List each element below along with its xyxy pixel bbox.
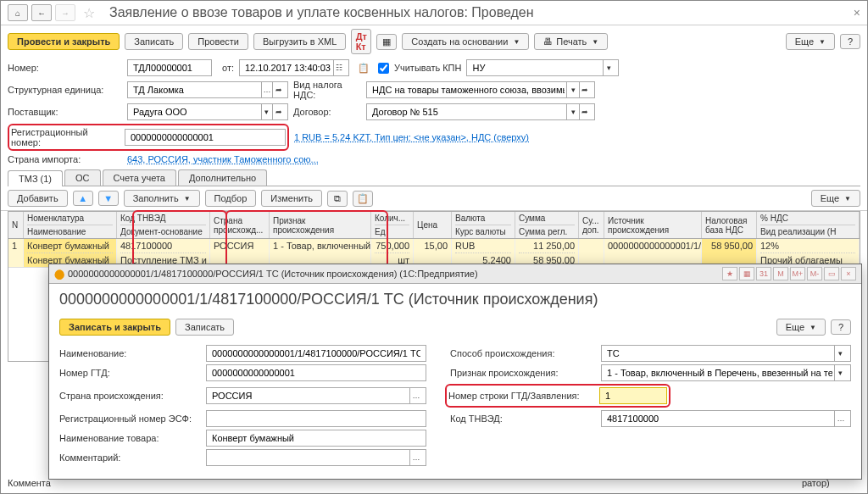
dlg-help-icon[interactable]: ? xyxy=(831,319,851,335)
fav-icon[interactable]: ★ xyxy=(722,267,737,280)
post-button[interactable]: Провести xyxy=(188,33,248,50)
origin-dialog: ⬤ 0000000000000001/1/4817100000/РОССИЯ/1… xyxy=(48,264,862,480)
dlg-write-button[interactable]: Записать xyxy=(175,319,234,336)
gtd-input[interactable] xyxy=(206,364,426,381)
comment-label: Комментарий: xyxy=(59,452,199,463)
paste-icon[interactable]: 📋 xyxy=(353,191,373,207)
add-button[interactable]: Добавить xyxy=(8,190,68,207)
supplier-label: Поставщик: xyxy=(8,107,122,117)
col-price[interactable]: Цена xyxy=(414,212,452,238)
calc-icon[interactable]: ▦ xyxy=(739,267,754,280)
dt-kt-icon[interactable]: ДтКт xyxy=(351,29,371,54)
m-icon[interactable]: M xyxy=(773,267,788,280)
pick-button[interactable]: Подбор xyxy=(205,190,257,207)
dlg-save-close-button[interactable]: Записать и закрыть xyxy=(59,319,170,336)
country-input[interactable]: … xyxy=(206,387,426,404)
cal-icon[interactable]: 31 xyxy=(756,267,771,280)
post-and-close-button[interactable]: Провести и закрыть xyxy=(8,33,120,50)
contract-input[interactable]: ▾➦ xyxy=(366,103,595,120)
print-button[interactable]: 🖶 Печать▼ xyxy=(534,33,608,50)
more-button[interactable]: Еще▼ xyxy=(786,33,835,50)
tab-tmz[interactable]: ТМЗ (1) xyxy=(8,170,63,186)
export-xml-button[interactable]: Выгрузить в XML xyxy=(253,33,346,50)
gtd-label: Номер ГТД: xyxy=(59,368,199,378)
grid-toolbar: Добавить ▲ ▼ Заполнить▼ Подбор Изменить … xyxy=(1,186,867,211)
esf-label: Регистрационный номер ЭСФ: xyxy=(59,414,199,424)
dialog-header: 0000000000000001/1/4817100000/РОССИЯ/1 Т… xyxy=(49,284,861,315)
line-input[interactable] xyxy=(599,387,667,404)
import-country-label: Страна импорта: xyxy=(8,154,122,164)
star-icon[interactable]: ☆ xyxy=(79,4,99,21)
fill-button[interactable]: Заполнить▼ xyxy=(124,190,200,207)
main-window: ⌂ ← → ☆ Заявление о ввозе товаров и упла… xyxy=(0,0,868,494)
name-input[interactable] xyxy=(206,345,426,362)
dlg-more-button[interactable]: Еще▼ xyxy=(776,319,826,336)
calendar-icon[interactable]: ☷ xyxy=(333,60,345,75)
edit-button[interactable]: Изменить xyxy=(261,190,322,207)
min-icon[interactable]: ▭ xyxy=(824,267,839,280)
vat-input[interactable]: ▾➦ xyxy=(366,81,595,98)
dialog-titlebar: ⬤ 0000000000000001/1/4817100000/РОССИЯ/1… xyxy=(49,264,861,284)
tnved-input[interactable]: … xyxy=(601,410,851,427)
import-country-link[interactable]: 643, РОССИЯ, участник Таможенного сою... xyxy=(127,154,319,164)
reg-input[interactable] xyxy=(125,129,286,146)
col-curr[interactable]: ВалютаКурс валюты xyxy=(452,212,515,238)
kpn-checkbox[interactable]: Учитывать КПН xyxy=(375,60,462,76)
help-icon[interactable]: ? xyxy=(840,34,860,49)
col-n[interactable]: N xyxy=(8,212,24,238)
org-label: Структурная единица: xyxy=(8,85,122,95)
good-input[interactable] xyxy=(206,430,426,447)
move-up-icon[interactable]: ▲ xyxy=(73,191,93,206)
create-based-button[interactable]: Создать на основании▼ xyxy=(402,33,529,50)
tabs: ТМЗ (1) ОС Счета учета Дополнительно xyxy=(8,169,860,186)
esf-input[interactable] xyxy=(206,410,426,427)
close-icon[interactable]: × xyxy=(854,6,860,19)
name-label: Наименование: xyxy=(59,348,199,358)
tab-os[interactable]: ОС xyxy=(64,169,101,186)
mminus-icon[interactable]: M- xyxy=(807,267,822,280)
copy-icon[interactable]: ⧉ xyxy=(327,191,348,207)
col-nomen[interactable]: НоменклатураНаименование xyxy=(24,212,117,238)
line-label: Номер строки ГТД/Заявления: xyxy=(448,391,593,401)
dlg-close-icon[interactable]: × xyxy=(841,267,856,280)
comment-input[interactable]: … xyxy=(206,449,426,466)
org-input[interactable]: …➦ xyxy=(127,81,288,98)
back-icon[interactable]: ← xyxy=(31,4,52,21)
method-label: Способ происхождения: xyxy=(450,348,594,358)
supplier-input[interactable]: ▾➦ xyxy=(127,103,288,120)
tab-accounts[interactable]: Счета учета xyxy=(103,169,176,186)
col-country[interactable]: Страна происхожд... xyxy=(210,212,270,238)
method-input[interactable]: ▾ xyxy=(601,345,851,362)
write-button[interactable]: Записать xyxy=(125,33,183,50)
grid-header: N НоменклатураНаименование Код ТНВЭДДоку… xyxy=(8,212,860,239)
col-su[interactable]: Су... доп. xyxy=(579,212,604,238)
dialog-toolbar: Записать и закрыть Записать Еще▼ ? xyxy=(49,315,861,339)
col-vat[interactable]: % НДСВид реализации (Н xyxy=(757,212,860,238)
tnved-label: Код ТНВЭД: xyxy=(450,414,594,424)
col-src[interactable]: Источник происхождения xyxy=(604,212,702,238)
mplus-icon[interactable]: M+ xyxy=(790,267,805,280)
col-base[interactable]: Налоговая база НДС xyxy=(702,212,757,238)
rate-link[interactable]: 1 RUB = 5,24 KZT, Тип цен: <не указан>, … xyxy=(294,132,529,142)
move-down-icon[interactable]: ▼ xyxy=(98,191,119,206)
grid-more-button[interactable]: Еще▼ xyxy=(811,190,860,207)
home-icon[interactable]: ⌂ xyxy=(8,4,28,21)
page-title: Заявление о ввозе товаров и уплате косве… xyxy=(109,5,850,20)
kpn-input[interactable]: ▾ xyxy=(466,59,619,76)
col-sum[interactable]: СуммаСумма регл. xyxy=(515,212,579,238)
country-label: Страна происхождения: xyxy=(59,391,199,401)
tab-extra[interactable]: Дополнительно xyxy=(178,169,267,186)
col-tnved[interactable]: Код ТНВЭДДокумент-основание xyxy=(117,212,210,238)
report-icon[interactable]: ▦ xyxy=(376,34,397,50)
col-qty[interactable]: Колич...Ед xyxy=(371,212,414,238)
forward-icon[interactable]: → xyxy=(55,4,75,21)
clipboard-icon[interactable]: 📋 xyxy=(354,59,370,76)
titlebar: ⌂ ← → ☆ Заявление о ввозе товаров и упла… xyxy=(1,1,867,25)
date-input[interactable]: ☷ xyxy=(239,59,349,76)
sign-input[interactable]: ▾ xyxy=(601,364,851,381)
dropdown-icon[interactable]: ▾ xyxy=(603,60,615,75)
number-input[interactable] xyxy=(127,59,212,76)
col-sign[interactable]: Признак происхождения xyxy=(270,212,371,238)
reg-highlight: Регистрационный номер: xyxy=(8,124,289,151)
vat-label: Вид налога НДС: xyxy=(293,80,361,100)
